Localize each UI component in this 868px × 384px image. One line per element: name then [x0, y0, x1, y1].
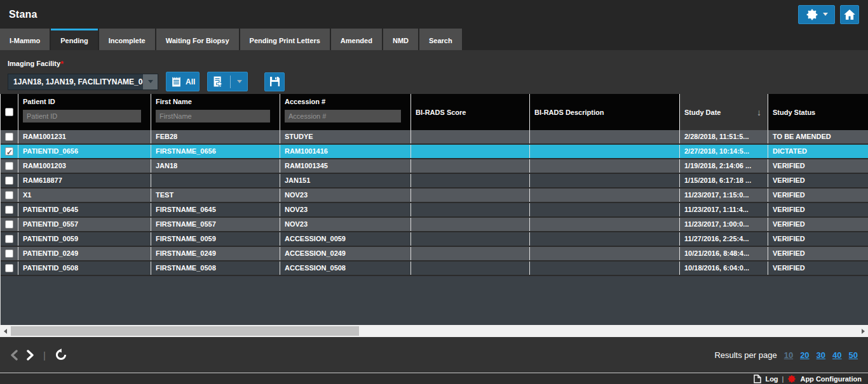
topbar-actions — [798, 5, 859, 24]
toolbar: Imaging Facility* 1JAN18, 1JAN19, FACILI… — [0, 50, 868, 91]
cell-birads-score — [411, 130, 530, 143]
log-file-icon — [754, 374, 761, 383]
gear-icon — [806, 8, 818, 21]
cell-birads-score — [411, 247, 530, 260]
cell-accession: ACCESSION_0059 — [280, 232, 411, 246]
cell-birads-score — [411, 189, 530, 202]
document-arrow-icon — [212, 76, 224, 88]
tab-waiting-for-biopsy[interactable]: Waiting For Biopsy — [156, 29, 239, 50]
tab-pending[interactable]: Pending — [51, 29, 97, 50]
required-asterisk: * — [60, 60, 64, 69]
row-checkbox[interactable] — [5, 162, 13, 170]
cell-study-status: VERIFIED — [768, 174, 868, 187]
pager-divider: | — [43, 350, 46, 361]
table-row[interactable]: PATIENTID_0508FIRSTNAME_0508ACCESSION_05… — [1, 262, 868, 276]
cell-study-date: 2/28/2018, 11:51:5... — [680, 130, 768, 143]
row-checkbox[interactable] — [5, 133, 13, 141]
cell-study-status: VERIFIED — [768, 203, 868, 216]
tab-amended[interactable]: Amended — [331, 29, 382, 50]
table-row[interactable]: RAM618877JAN1511/15/2018, 6:17:18 ...VER… — [1, 174, 868, 189]
table-row[interactable]: PATIENTID_0557FIRSTNAME_0557NOV2311/23/2… — [1, 218, 868, 232]
cell-patient-id: PATIENTID_0249 — [18, 247, 151, 260]
accession-filter-input[interactable] — [285, 110, 401, 122]
column-study-status[interactable]: Study Status — [768, 94, 868, 130]
next-page-button[interactable] — [27, 350, 34, 361]
previous-page-button[interactable] — [10, 350, 18, 361]
results-per-page-20[interactable]: 20 — [800, 350, 809, 360]
tab-search[interactable]: Search — [419, 29, 462, 50]
row-checkbox[interactable] — [5, 264, 13, 272]
cell-patient-id: X1 — [18, 189, 151, 202]
home-button[interactable] — [840, 5, 859, 24]
row-checkbox[interactable] — [5, 176, 13, 185]
scroll-left-button[interactable] — [0, 325, 10, 337]
cell-patient-id: PATIENTID_0656 — [18, 145, 151, 158]
column-study-date[interactable]: Study Date ↓ — [680, 94, 768, 130]
cell-study-date: 11/23/2017, 1:15:0... — [680, 189, 768, 202]
row-checkbox[interactable] — [5, 220, 13, 228]
tab-label: Incomplete — [109, 37, 146, 44]
cell-first-name: TEST — [151, 189, 280, 202]
cell-birads-score — [411, 203, 530, 216]
export-split-button[interactable] — [207, 72, 248, 91]
table-row[interactable]: PATIENTID_0059FIRSTNAME_0059ACCESSION_00… — [1, 232, 868, 247]
column-first-name[interactable]: First Name — [151, 94, 280, 130]
table-row[interactable]: RAM1001231FEB28STUDYE2/28/2018, 11:51:5.… — [1, 130, 868, 145]
tab-incomplete[interactable]: Incomplete — [99, 29, 155, 50]
scrollbar-thumb[interactable] — [11, 326, 359, 336]
scroll-right-button[interactable] — [858, 325, 868, 337]
cell-birads-description — [530, 130, 680, 143]
row-checkbox[interactable] — [5, 191, 13, 199]
log-link[interactable]: Log — [765, 375, 778, 383]
horizontal-scrollbar[interactable] — [0, 325, 868, 337]
facility-dropdown-button[interactable] — [143, 74, 158, 89]
column-label: Patient ID — [23, 98, 151, 105]
cell-birads-description — [530, 145, 680, 158]
row-checkbox[interactable] — [5, 235, 13, 243]
chevron-down-icon — [823, 13, 828, 16]
show-all-button[interactable]: All — [166, 72, 200, 91]
tab-label: Waiting For Biopsy — [166, 37, 229, 44]
chevron-down-icon[interactable] — [237, 80, 242, 83]
row-checkbox-cell — [1, 232, 18, 246]
results-per-page-40[interactable]: 40 — [832, 350, 841, 360]
row-checkbox-cell — [1, 247, 18, 260]
tab-pending-print-letters[interactable]: Pending Print Letters — [240, 29, 330, 50]
table-row[interactable]: PATIENTID_0249FIRSTNAME_0249ACCESSION_02… — [1, 247, 868, 262]
column-accession[interactable]: Accession # — [280, 94, 411, 130]
table-row[interactable]: PATIENTID_0645FIRSTNAME_0645NOV2311/23/2… — [1, 203, 868, 218]
results-per-page-30[interactable]: 30 — [817, 350, 825, 360]
row-checkbox[interactable] — [5, 249, 13, 258]
refresh-button[interactable] — [55, 348, 67, 361]
first-name-filter-input[interactable] — [156, 110, 270, 122]
grid-header: Patient ID First Name Accession # BI-RAD… — [1, 94, 868, 130]
cell-accession: STUDYE — [280, 130, 411, 143]
column-label: Study Date — [684, 109, 721, 116]
cell-study-status: VERIFIED — [768, 247, 868, 260]
column-label: BI-RADS Description — [534, 109, 604, 116]
app-configuration-link[interactable]: App Configuration — [800, 375, 862, 383]
column-birads-description[interactable]: BI-RADS Description — [530, 94, 680, 130]
row-checkbox-cell — [1, 130, 18, 143]
pager-controls: | — [10, 348, 67, 361]
tab-label: Pending Print Letters — [250, 37, 320, 44]
results-per-page-10[interactable]: 10 — [784, 350, 793, 360]
row-checkbox[interactable] — [5, 206, 13, 214]
table-row[interactable]: X1TESTNOV2311/23/2017, 1:15:0...VERIFIED — [1, 189, 868, 203]
row-checkbox-cell — [1, 159, 18, 173]
column-birads-score[interactable]: BI-RADS Score — [411, 94, 530, 130]
cell-accession: JAN151 — [280, 174, 411, 187]
table-row[interactable]: PATIENTID_0656FIRSTNAME_0656RAM10014162/… — [1, 145, 868, 159]
imaging-facility-select[interactable]: 1JAN18, 1JAN19, FACILITYNAME_00 — [8, 74, 158, 90]
select-all-checkbox[interactable] — [5, 108, 13, 116]
column-patient-id[interactable]: Patient ID — [18, 94, 151, 130]
save-button[interactable] — [264, 72, 285, 91]
table-row[interactable]: RAM1001203JAN18RAM10013451/19/2018, 2:14… — [1, 159, 868, 174]
patient-id-filter-input[interactable] — [23, 110, 141, 122]
tab-nmd[interactable]: NMD — [383, 29, 418, 50]
row-checkbox[interactable] — [5, 147, 13, 156]
tab-i-mammo[interactable]: I-Mammo — [0, 29, 50, 50]
tab-bar: I-MammoPendingIncompleteWaiting For Biop… — [0, 29, 868, 50]
results-per-page-50[interactable]: 50 — [849, 350, 858, 360]
settings-button[interactable] — [798, 5, 835, 24]
